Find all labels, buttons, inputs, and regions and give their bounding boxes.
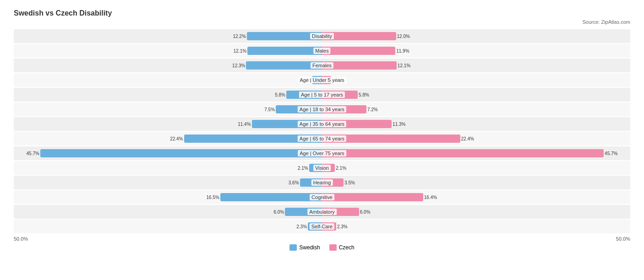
axis-row: 50.0% 50.0%	[14, 236, 630, 242]
chart-row: Age | Over 75 years45.7%45.7%	[14, 146, 630, 160]
bar-container: Ambulatory6.0%6.0%	[14, 205, 630, 219]
bar-container: Age | Under 5 years1.6%1.5%	[14, 73, 630, 87]
value-czech: 11.3%	[393, 122, 405, 127]
value-swedish: 11.4%	[238, 122, 251, 127]
value-swedish: 5.8%	[275, 92, 285, 97]
value-swedish: 7.5%	[264, 107, 275, 112]
bar-label: Age | 35 to 64 years	[298, 121, 346, 127]
bar-container: Cognitive16.5%16.4%	[14, 190, 630, 204]
value-swedish: 22.4%	[170, 136, 183, 141]
bar-container: Age | 65 to 74 years22.4%22.4%	[14, 132, 630, 145]
value-swedish: 45.7%	[27, 151, 39, 156]
bar-label: Age | 18 to 34 years	[298, 106, 346, 113]
chart-row: Disability12.2%12.0%	[14, 29, 630, 43]
value-czech: 12.1%	[398, 63, 410, 68]
chart-row: Age | Under 5 years1.6%1.5%	[14, 73, 630, 87]
bar-container: Age | Over 75 years45.7%45.7%	[14, 146, 630, 160]
bar-container: Age | 18 to 34 years7.5%7.2%	[14, 102, 630, 116]
chart-area: Disability12.2%12.0%Males12.1%11.9%Femal…	[14, 29, 630, 233]
chart-row: Ambulatory6.0%6.0%	[14, 205, 630, 219]
bar-label: Vision	[313, 165, 331, 171]
bar-label: Males	[313, 48, 330, 54]
legend-czech-box	[329, 244, 337, 251]
chart-row: Females12.3%12.1%	[14, 59, 630, 72]
chart-title: Swedish vs Czech Disability	[14, 9, 630, 17]
bar-container: Hearing3.6%3.5%	[14, 176, 630, 189]
bar-label: Cognitive	[310, 194, 334, 200]
value-czech: 5.8%	[359, 92, 369, 97]
value-czech: 3.5%	[344, 180, 355, 185]
axis-right: 50.0%	[616, 236, 630, 242]
legend-swedish-box	[289, 244, 297, 251]
chart-row: Hearing3.6%3.5%	[14, 176, 630, 189]
legend-swedish: Swedish	[289, 244, 320, 251]
value-swedish: 3.6%	[289, 180, 299, 185]
bar-label: Age | Under 5 years	[298, 77, 346, 83]
bar-swedish	[40, 149, 322, 157]
bar-swedish	[247, 47, 322, 55]
bar-label: Disability	[310, 33, 334, 39]
value-czech: 11.9%	[396, 48, 409, 54]
bar-container: Self-Care2.3%2.3%	[14, 220, 630, 233]
axis-left: 50.0%	[14, 236, 28, 242]
legend: Swedish Czech	[14, 244, 630, 251]
source-label: Source: ZipAtlas.com	[14, 19, 630, 25]
chart-row: Age | 65 to 74 years22.4%22.4%	[14, 132, 630, 145]
value-swedish: 12.2%	[233, 34, 246, 39]
legend-czech: Czech	[329, 244, 355, 251]
legend-swedish-label: Swedish	[299, 244, 320, 251]
bar-container: Females12.3%12.1%	[14, 59, 630, 72]
bar-czech	[322, 47, 395, 55]
value-czech: 22.4%	[461, 136, 474, 141]
value-czech: 2.1%	[336, 166, 346, 171]
chart-row: Males12.1%11.9%	[14, 44, 630, 58]
value-swedish: 6.0%	[273, 210, 284, 215]
bar-label: Hearing	[311, 179, 333, 186]
bar-czech	[322, 149, 604, 157]
chart-row: Age | 5 to 17 years5.8%5.8%	[14, 88, 630, 102]
chart-row: Cognitive16.5%16.4%	[14, 190, 630, 204]
bar-czech	[322, 193, 423, 201]
bar-label: Age | Over 75 years	[298, 150, 346, 156]
value-czech: 6.0%	[360, 210, 371, 215]
value-czech: 12.0%	[397, 34, 410, 39]
value-swedish: 16.5%	[207, 195, 219, 200]
chart-row: Vision2.1%2.1%	[14, 161, 630, 175]
bar-label: Age | 65 to 74 years	[298, 135, 346, 142]
bar-label: Ambulatory	[307, 209, 337, 215]
legend-czech-label: Czech	[339, 244, 355, 251]
bar-label: Self-Care	[310, 223, 334, 230]
bar-label: Age | 5 to 17 years	[299, 92, 345, 98]
bar-container: Vision2.1%2.1%	[14, 161, 630, 175]
value-swedish: 12.3%	[232, 63, 245, 68]
bar-swedish	[220, 193, 322, 201]
bar-container: Age | 5 to 17 years5.8%5.8%	[14, 88, 630, 102]
value-czech: 45.7%	[605, 151, 617, 156]
value-czech: 7.2%	[367, 107, 378, 112]
value-swedish: 12.1%	[234, 48, 246, 54]
bar-container: Males12.1%11.9%	[14, 44, 630, 58]
chart-row: Age | 18 to 34 years7.5%7.2%	[14, 102, 630, 116]
value-swedish: 2.3%	[296, 224, 307, 229]
value-swedish: 2.1%	[298, 166, 308, 171]
bar-container: Age | 35 to 64 years11.4%11.3%	[14, 117, 630, 131]
chart-row: Self-Care2.3%2.3%	[14, 220, 630, 233]
bar-container: Disability12.2%12.0%	[14, 29, 630, 43]
bar-label: Females	[311, 62, 333, 69]
value-czech: 16.4%	[424, 195, 437, 200]
chart-row: Age | 35 to 64 years11.4%11.3%	[14, 117, 630, 131]
value-czech: 2.3%	[337, 224, 348, 229]
